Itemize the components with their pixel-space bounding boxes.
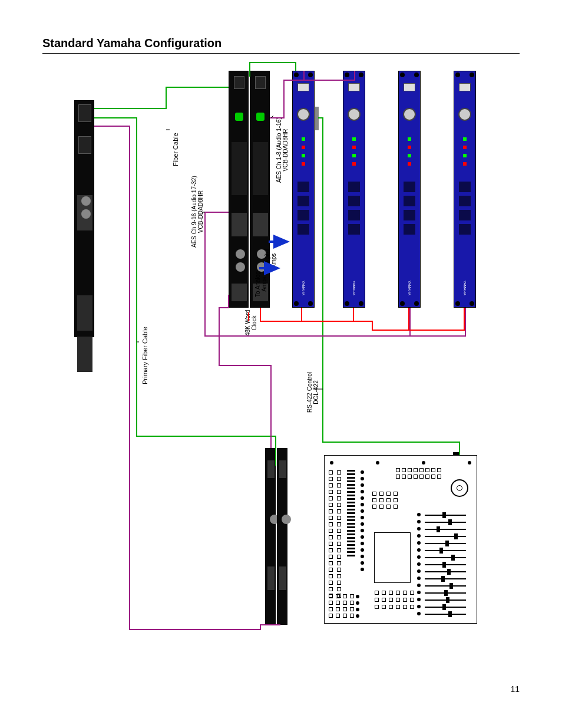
yamaha-amp-1: YAMAHA	[292, 71, 315, 308]
fiber-switch-device	[74, 100, 94, 337]
svg-line-5	[271, 116, 273, 118]
label-rs422: RS-422 Control DGL-422	[306, 372, 319, 413]
dsp-rack-a	[229, 71, 249, 308]
label-to-analog: To Analog Amps	[254, 271, 267, 297]
title-divider	[42, 53, 520, 54]
yamaha-amp-2: YAMAHA	[343, 71, 365, 308]
wiring-diagram: YAMAHA YAMAHA	[42, 59, 520, 637]
yamaha-amp-4: YAMAHA	[454, 71, 476, 308]
page-title: Standard Yamaha Configuration	[42, 37, 222, 50]
label-to-digital: To Digital Amps	[264, 249, 277, 273]
label-primary-fiber: Primary Fiber Cable	[141, 327, 148, 384]
yamaha-amp-3: YAMAHA	[398, 71, 421, 308]
mixer-console	[324, 455, 477, 624]
label-fiber-cable: Fiber Cable	[172, 133, 179, 166]
label-wordclock: 48K Word Clock	[244, 310, 257, 336]
io-card-a	[265, 448, 276, 625]
io-card-b	[277, 448, 287, 625]
label-aes-9-16: AES Ch 9-16 (Audio 17-32) VCB-DDAD8HR	[191, 176, 204, 248]
label-aes-1-8: AES Ch 1-8 (Audio 1-16) VCB-DDAD8HR	[276, 117, 289, 183]
page-number: 11	[510, 684, 520, 694]
